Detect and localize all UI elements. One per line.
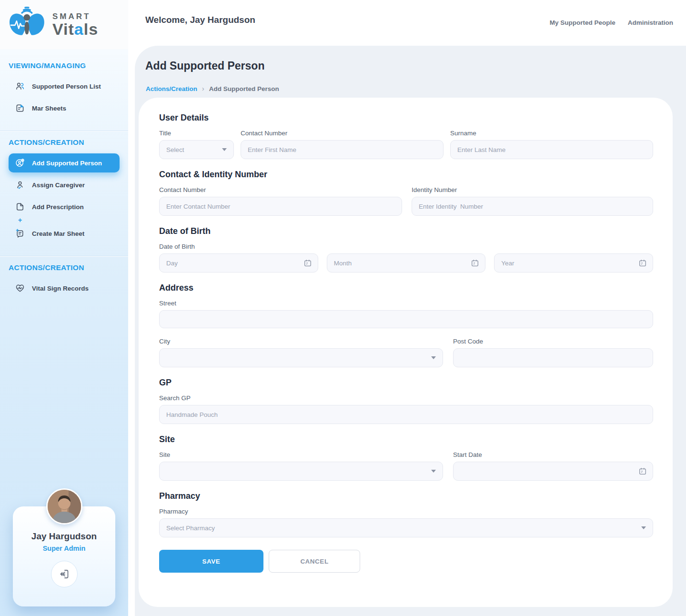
postcode-label: Post Code: [453, 338, 653, 345]
sheet-plus-icon: [15, 229, 25, 238]
pharmacy-select-value: Select Pharmacy: [166, 525, 215, 532]
breadcrumb: Actions/Creation › Add Supported Person: [146, 85, 279, 92]
dob-year-input[interactable]: [494, 253, 653, 273]
sidebar: SMART Vitals VIEWING/MANAGING Supported …: [0, 0, 128, 616]
sidebar-section-title: ACTIONS/CREATION: [9, 263, 120, 272]
pharmacy-select[interactable]: Select Pharmacy: [159, 518, 653, 537]
pharmacy-label: Pharmacy: [159, 508, 653, 515]
contact-number-label: Contact Number: [159, 186, 402, 194]
cancel-button[interactable]: CANCEL: [269, 550, 360, 573]
identity-number-input[interactable]: [412, 197, 653, 216]
dob-label: Date of Birth: [159, 243, 653, 251]
sidebar-item-label: Create Mar Sheet: [32, 230, 84, 237]
sidebar-item-assign-caregiver[interactable]: Assign Caregiver: [9, 175, 120, 194]
logout-icon: [59, 568, 70, 580]
surname-label: Surname: [450, 130, 653, 137]
smart-vitals-logo-icon: [8, 6, 49, 43]
save-button[interactable]: SAVE: [159, 550, 263, 573]
city-select[interactable]: [159, 348, 443, 367]
sidebar-section-title: ACTIONS/CREATION: [9, 138, 120, 147]
city-label: City: [159, 338, 443, 345]
sidebar-item-supported-person-list[interactable]: Supported Person List: [9, 77, 120, 96]
sidebar-item-vital-sign-records[interactable]: Vital Sign Records: [9, 279, 120, 298]
start-date-label: Start Date: [453, 451, 653, 459]
plus-indicator: +: [18, 217, 120, 223]
person-check-icon: [15, 180, 25, 190]
sidebar-item-label: Vital Sign Records: [32, 285, 89, 292]
dob-day-input[interactable]: [159, 253, 318, 273]
nav-administration[interactable]: Administration: [628, 19, 673, 26]
first-name-input[interactable]: [241, 140, 444, 159]
sidebar-item-add-prescription[interactable]: Add Prescription: [9, 197, 120, 216]
calendar-icon[interactable]: [638, 467, 647, 475]
sidebar-section-title: VIEWING/MANAGING: [9, 61, 120, 70]
user-role: Super Admin: [13, 545, 115, 552]
person-add-icon: [15, 158, 25, 168]
avatar-portrait: [48, 490, 81, 523]
content-area: Add Supported Person Actions/Creation › …: [135, 46, 686, 616]
search-gp-label: Search GP: [159, 394, 653, 402]
sidebar-section-actions-creation-2: ACTIONS/CREATION Vital Sign Records: [0, 256, 128, 311]
people-icon: [15, 81, 25, 91]
chevron-down-icon: [431, 356, 436, 359]
add-person-form-card: User Details Title Select Contact Number…: [139, 98, 673, 607]
smart-vitals-logo-text: SMART Vitals: [52, 12, 98, 37]
chevron-down-icon: [222, 148, 227, 151]
section-gp: GP: [159, 378, 653, 388]
postcode-input[interactable]: [453, 348, 653, 367]
file-icon: [15, 202, 25, 212]
sidebar-item-create-mar-sheet[interactable]: Create Mar Sheet: [9, 224, 120, 243]
site-select[interactable]: [159, 462, 443, 481]
breadcrumb-current: Add Supported Person: [209, 85, 279, 92]
calendar-icon[interactable]: [638, 259, 647, 267]
street-label: Street: [159, 300, 653, 307]
calendar-icon[interactable]: [303, 259, 312, 267]
title-select-value: Select: [166, 146, 184, 153]
breadcrumb-separator: ›: [202, 85, 204, 92]
avatar[interactable]: [46, 488, 82, 525]
identity-number-label: Identity Number: [412, 186, 653, 194]
section-address: Address: [159, 283, 653, 293]
sidebar-user-zone: Jay Hargudson Super Admin: [0, 488, 128, 616]
breadcrumb-parent[interactable]: Actions/Creation: [146, 85, 197, 92]
section-contact-identity: Contact & Identity Number: [159, 170, 653, 180]
start-date-input[interactable]: [453, 462, 653, 481]
dob-month-input[interactable]: [327, 253, 486, 273]
site-label: Site: [159, 451, 443, 459]
welcome-title: Welcome, Jay Hargudson: [145, 15, 255, 25]
heart-pulse-icon: [15, 283, 25, 293]
first-name-label: Contact Number: [241, 130, 444, 137]
section-dob: Date of Birth: [159, 226, 653, 236]
section-pharmacy: Pharmacy: [159, 491, 653, 501]
sidebar-item-label: Supported Person List: [32, 83, 101, 90]
sidebar-item-label: Add Prescription: [32, 203, 84, 211]
sidebar-item-label: Assign Caregiver: [32, 182, 85, 189]
page-title: Add Supported Person: [145, 60, 264, 72]
sidebar-item-add-supported-person[interactable]: Add Supported Person: [9, 153, 120, 172]
surname-input[interactable]: [450, 140, 653, 159]
title-label: Title: [159, 130, 234, 137]
sidebar-item-label: Mar Sheets: [32, 105, 66, 112]
sidebar-section-viewing-managing: VIEWING/MANAGING Supported Person List M…: [0, 49, 128, 131]
nav-my-supported-people[interactable]: My Supported People: [550, 19, 615, 26]
sidebar-section-actions-creation-1: ACTIONS/CREATION Add Supported Person As…: [0, 131, 128, 256]
section-user-details: User Details: [159, 113, 653, 123]
document-icon: [15, 103, 25, 113]
user-card: Jay Hargudson Super Admin: [13, 506, 115, 606]
section-site: Site: [159, 434, 653, 444]
title-select[interactable]: Select: [159, 140, 234, 159]
search-gp-input[interactable]: [159, 405, 653, 424]
sidebar-item-mar-sheets[interactable]: Mar Sheets: [9, 99, 120, 118]
top-nav: My Supported People Administration: [550, 19, 673, 26]
chevron-down-icon: [641, 526, 646, 529]
user-name: Jay Hargudson: [13, 531, 115, 542]
calendar-icon[interactable]: [471, 259, 479, 267]
top-header: Welcome, Jay Hargudson My Supported Peop…: [128, 0, 686, 46]
street-input[interactable]: [159, 310, 653, 328]
logout-button[interactable]: [51, 561, 78, 587]
sidebar-item-label: Add Supported Person: [32, 160, 102, 167]
contact-number-input[interactable]: [159, 197, 402, 216]
app-logo: SMART Vitals: [0, 0, 128, 49]
chevron-down-icon: [431, 470, 436, 473]
